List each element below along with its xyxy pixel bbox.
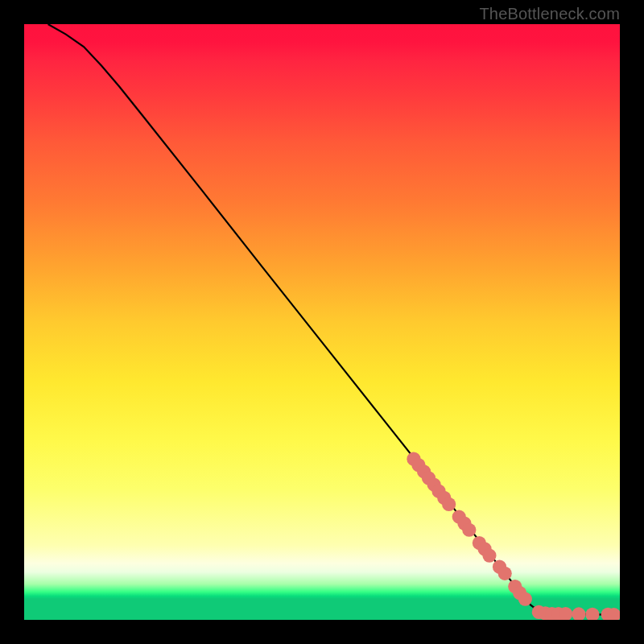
plot-area: [24, 24, 620, 620]
data-point: [482, 548, 496, 562]
data-point: [498, 567, 512, 580]
data-point: [572, 607, 585, 620]
data-point: [442, 497, 456, 511]
data-point: [518, 592, 532, 606]
bottleneck-curve: [48, 24, 620, 615]
chart-frame: TheBottleneck.com: [0, 0, 644, 644]
data-point: [462, 523, 476, 537]
data-points-group: [407, 452, 620, 620]
data-point: [585, 608, 599, 620]
watermark-text: TheBottleneck.com: [479, 5, 620, 23]
curve-svg: [24, 24, 620, 620]
